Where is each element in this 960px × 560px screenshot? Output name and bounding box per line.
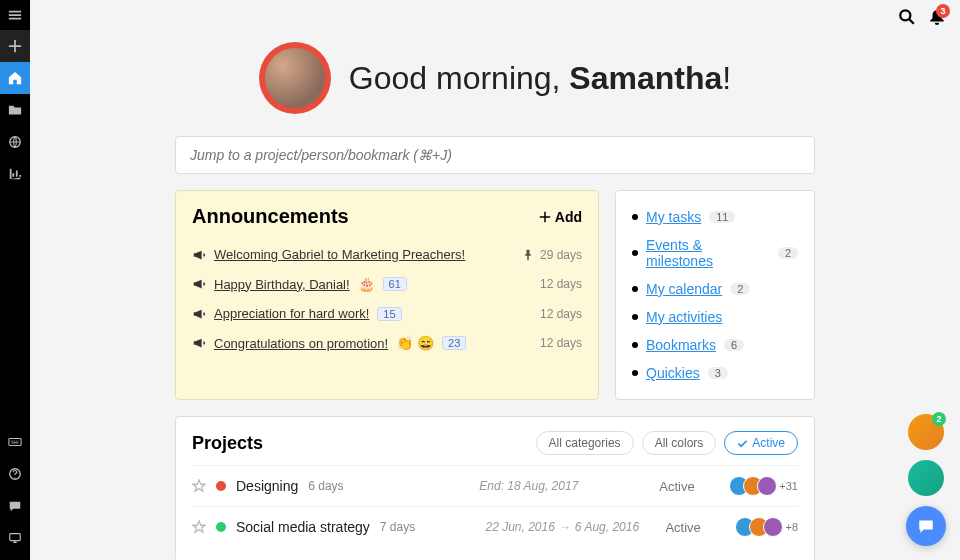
announcement-count: 23 bbox=[442, 336, 466, 350]
announcement-age: 12 days bbox=[540, 307, 582, 321]
chat-launcher[interactable] bbox=[906, 506, 946, 546]
sidebar-chart[interactable] bbox=[0, 158, 30, 190]
project-row[interactable]: Designing 6 days End: 18 Aug, 2017 Activ… bbox=[192, 465, 798, 506]
quicklink-item: My activities bbox=[632, 303, 798, 331]
project-date: End: 18 Aug, 2017 bbox=[479, 479, 649, 493]
hamburger-icon bbox=[8, 8, 22, 22]
sidebar-home[interactable] bbox=[0, 62, 30, 94]
announcement-link[interactable]: Happy Birthday, Danial! bbox=[214, 277, 350, 292]
project-name: Social media strategy bbox=[236, 519, 370, 535]
filter-active-label: Active bbox=[752, 436, 785, 450]
project-name: Designing bbox=[236, 478, 298, 494]
announcement-link[interactable]: Congratulations on promotion! bbox=[214, 336, 388, 351]
quicklink-item: My tasks 11 bbox=[632, 203, 798, 231]
sidebar-chat[interactable] bbox=[0, 490, 30, 522]
floating-widgets: 2 bbox=[906, 414, 946, 546]
project-status: Active bbox=[659, 479, 719, 494]
bullet-icon bbox=[632, 214, 638, 220]
announcement-age: 12 days bbox=[540, 277, 582, 291]
star-icon[interactable] bbox=[192, 479, 206, 493]
pin-icon bbox=[522, 249, 534, 261]
megaphone-icon bbox=[192, 307, 206, 321]
quicklink-link[interactable]: My activities bbox=[646, 309, 722, 325]
search-button[interactable] bbox=[898, 8, 916, 26]
quicklink-count: 3 bbox=[708, 367, 728, 379]
add-label: Add bbox=[555, 209, 582, 225]
filter-categories[interactable]: All categories bbox=[536, 431, 634, 455]
projects-panel: Projects All categories All colors Activ… bbox=[175, 416, 815, 560]
jump-search-input[interactable] bbox=[175, 136, 815, 174]
hamburger-menu[interactable] bbox=[0, 0, 30, 30]
announcement-count: 61 bbox=[383, 277, 407, 291]
project-avatars: +31 bbox=[729, 476, 798, 496]
sidebar-keyboard[interactable] bbox=[0, 426, 30, 458]
project-more-count: +8 bbox=[785, 521, 798, 533]
chat-bubble-icon bbox=[917, 517, 935, 535]
project-row[interactable]: Social media strategy 7 days 22 Jun, 201… bbox=[192, 506, 798, 547]
member-avatar[interactable] bbox=[757, 476, 777, 496]
quicklink-item: Quickies 3 bbox=[632, 359, 798, 387]
sidebar-desktop[interactable] bbox=[0, 522, 30, 554]
project-status: Active bbox=[665, 520, 725, 535]
quicklinks-panel: My tasks 11 Events & milestones 2 My cal… bbox=[615, 190, 815, 400]
announcement-count: 15 bbox=[377, 307, 401, 321]
chart-icon bbox=[8, 167, 22, 181]
announcement-emoji: 👏 😄 bbox=[396, 335, 434, 351]
bullet-icon bbox=[632, 370, 638, 376]
sidebar-help[interactable] bbox=[0, 458, 30, 490]
sidebar-folder[interactable] bbox=[0, 94, 30, 126]
announcement-item: Appreciation for hard work! 15 12 days bbox=[192, 299, 582, 328]
presence-badge: 2 bbox=[932, 412, 946, 426]
quicklink-item: Events & milestones 2 bbox=[632, 231, 798, 275]
globe-icon bbox=[8, 135, 22, 149]
svg-rect-1 bbox=[9, 439, 21, 446]
chat-icon bbox=[8, 499, 22, 513]
announcement-emoji: 🎂 bbox=[358, 276, 375, 292]
project-avatars: +8 bbox=[735, 517, 798, 537]
megaphone-icon bbox=[192, 248, 206, 262]
project-days: 7 days bbox=[380, 520, 415, 534]
quicklink-item: Bookmarks 6 bbox=[632, 331, 798, 359]
quicklink-link[interactable]: Events & milestones bbox=[646, 237, 770, 269]
presence-avatar-2[interactable] bbox=[908, 460, 944, 496]
keyboard-icon bbox=[8, 435, 22, 449]
project-color-dot bbox=[216, 522, 226, 532]
topbar: 3 bbox=[898, 8, 946, 26]
add-button[interactable] bbox=[0, 30, 30, 62]
home-icon bbox=[8, 71, 22, 85]
project-color-dot bbox=[216, 481, 226, 491]
bullet-icon bbox=[632, 250, 638, 256]
quicklink-link[interactable]: Quickies bbox=[646, 365, 700, 381]
desktop-icon bbox=[8, 531, 22, 545]
greeting-name: Samantha bbox=[569, 60, 722, 96]
quicklink-count: 11 bbox=[709, 211, 735, 223]
notifications-button[interactable]: 3 bbox=[928, 8, 946, 26]
filter-active[interactable]: Active bbox=[724, 431, 798, 455]
announcement-item: Happy Birthday, Danial! 🎂 61 12 days bbox=[192, 269, 582, 299]
announcement-link[interactable]: Appreciation for hard work! bbox=[214, 306, 369, 321]
sidebar bbox=[0, 0, 30, 560]
announcement-link[interactable]: Welcoming Gabriel to Marketing Preachers… bbox=[214, 247, 465, 262]
megaphone-icon bbox=[192, 336, 206, 350]
user-avatar[interactable] bbox=[259, 42, 331, 114]
main: Good morning, Samantha! Announcements Ad… bbox=[30, 0, 960, 560]
greeting-suffix: ! bbox=[722, 60, 731, 96]
folder-icon bbox=[8, 103, 22, 117]
quicklink-item: My calendar 2 bbox=[632, 275, 798, 303]
project-days: 6 days bbox=[308, 479, 343, 493]
help-icon bbox=[8, 467, 22, 481]
member-avatar[interactable] bbox=[763, 517, 783, 537]
megaphone-icon bbox=[192, 277, 206, 291]
presence-avatar-1[interactable]: 2 bbox=[908, 414, 944, 450]
quicklink-count: 2 bbox=[778, 247, 798, 259]
quicklink-link[interactable]: My tasks bbox=[646, 209, 701, 225]
sidebar-globe[interactable] bbox=[0, 126, 30, 158]
star-icon[interactable] bbox=[192, 520, 206, 534]
quicklink-count: 6 bbox=[724, 339, 744, 351]
add-announcement-button[interactable]: Add bbox=[539, 209, 582, 225]
filter-colors[interactable]: All colors bbox=[642, 431, 717, 455]
quicklink-count: 2 bbox=[730, 283, 750, 295]
quicklink-link[interactable]: Bookmarks bbox=[646, 337, 716, 353]
svg-point-4 bbox=[900, 10, 910, 20]
quicklink-link[interactable]: My calendar bbox=[646, 281, 722, 297]
